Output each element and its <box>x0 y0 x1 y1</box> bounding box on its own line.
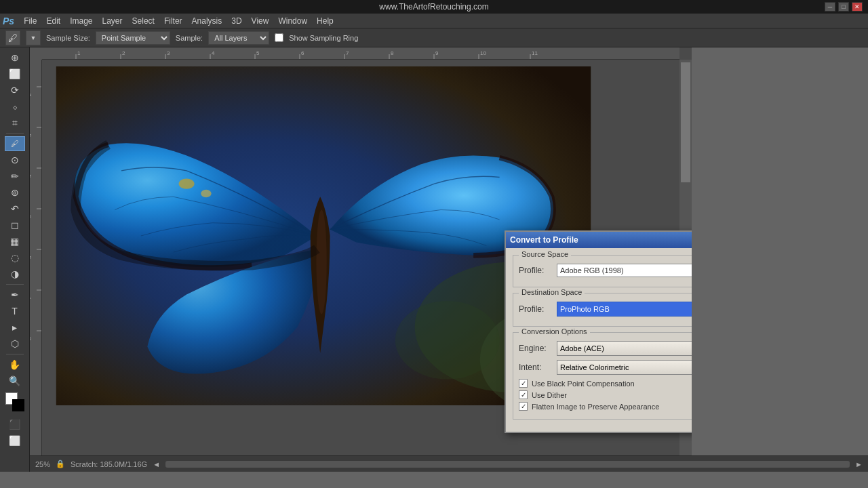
svg-text:6: 6 <box>301 50 304 56</box>
text-tool[interactable]: T <box>5 304 25 319</box>
toolbar-divider-2 <box>6 284 24 285</box>
svg-text:4: 4 <box>212 50 215 56</box>
svg-text:10: 10 <box>480 50 486 56</box>
clone-stamp-tool[interactable]: ⊚ <box>5 185 25 200</box>
sample-size-label: Sample Size: <box>46 34 90 42</box>
svg-rect-0 <box>42 47 679 60</box>
zoom-level: 25% <box>35 460 50 468</box>
menu-layer[interactable]: Layer <box>98 15 127 27</box>
menu-edit[interactable]: Edit <box>42 15 64 27</box>
eyedropper-tool[interactable]: 🖋 <box>5 136 25 151</box>
intent-row: Intent: Relative Colorimetric ▼ <box>519 360 692 375</box>
sample-label: Sample: <box>176 34 203 42</box>
svg-point-44 <box>201 190 211 198</box>
scrollbar-v-thumb[interactable] <box>681 62 690 182</box>
destination-profile-row: Profile: ProPhoto RGB ▼ <box>519 302 692 317</box>
crop-tool[interactable]: ⌗ <box>5 115 25 130</box>
ps-logo: Ps <box>3 16 14 26</box>
svg-text:8: 8 <box>391 50 394 56</box>
scroll-arrow-right[interactable]: ► <box>855 460 863 468</box>
lasso-tool[interactable]: ⟳ <box>5 83 25 98</box>
ruler-horizontal: 1 2 3 4 5 6 7 8 9 10 11 <box>42 47 679 60</box>
svg-text:2: 2 <box>122 50 125 56</box>
options-bar: 🖋 ▼ Sample Size: Point Sample Sample: Al… <box>0 28 868 47</box>
window-titlebar: www.TheArtofRetouching.com ─ □ ✕ <box>0 0 868 14</box>
close-button[interactable]: ✕ <box>852 2 863 12</box>
eraser-tool[interactable]: ◻ <box>5 218 25 232</box>
svg-point-42 <box>316 210 326 314</box>
svg-text:7: 7 <box>346 50 349 56</box>
source-space-label: Source Space <box>519 250 571 258</box>
path-select-tool[interactable]: ▸ <box>5 320 25 335</box>
menu-select[interactable]: Select <box>128 15 159 27</box>
dialog-titlebar[interactable]: Convert to Profile ✕ <box>506 232 692 248</box>
eyedropper-tool-icon[interactable]: 🖋 <box>5 30 20 45</box>
black-point-label: Use Black Point Compensation <box>532 380 635 388</box>
menu-help[interactable]: Help <box>313 15 338 27</box>
dialog-title: Convert to Profile <box>510 235 578 245</box>
ruler-corner <box>30 47 42 60</box>
background-color[interactable] <box>12 399 24 411</box>
dither-label: Use Dither <box>532 391 567 399</box>
quick-mask-btn[interactable]: ⬛ <box>5 417 25 432</box>
color-swatch[interactable] <box>5 392 24 411</box>
history-brush-tool[interactable]: ↶ <box>5 201 25 216</box>
menu-image[interactable]: Image <box>66 15 96 27</box>
svg-text:7: 7 <box>30 296 33 300</box>
source-profile-label: Profile: <box>519 266 553 275</box>
dialog-body: Source Space Profile: Adobe RGB (1998) D… <box>506 248 692 432</box>
restore-button[interactable]: □ <box>838 2 849 12</box>
blur-tool[interactable]: ◌ <box>5 250 25 265</box>
svg-text:9: 9 <box>435 50 439 56</box>
rectangle-select-tool[interactable]: ⬜ <box>5 66 25 81</box>
black-point-checkbox[interactable]: ✓ <box>519 379 528 388</box>
pen-tool[interactable]: ✒ <box>5 287 25 302</box>
source-space-group: Source Space Profile: Adobe RGB (1998) <box>513 255 692 287</box>
svg-text:11: 11 <box>532 50 538 56</box>
dither-checkbox[interactable]: ✓ <box>519 390 528 399</box>
engine-select[interactable]: Adobe (ACE) ▼ <box>557 341 692 356</box>
minimize-button[interactable]: ─ <box>825 2 835 12</box>
right-panel <box>692 47 868 472</box>
dest-profile-value: ProPhoto RGB <box>560 305 610 313</box>
zoom-tool[interactable]: 🔍 <box>5 373 25 388</box>
sample-size-select[interactable]: Point Sample <box>96 31 170 45</box>
svg-text:4: 4 <box>30 174 33 178</box>
svg-point-43 <box>179 178 195 188</box>
toolbar: ⊕ ⬜ ⟳ ⬦ ⌗ 🖋 ⊙ ✏ ⊚ ↶ ◻ ▦ ◌ ◑ ✒ T ▸ ⬡ ✋ 🔍 … <box>0 47 30 472</box>
flatten-checkbox[interactable]: ✓ <box>519 402 528 411</box>
convert-to-profile-dialog: Convert to Profile ✕ Source Space Profil… <box>505 230 692 433</box>
menu-analysis[interactable]: Analysis <box>188 15 226 27</box>
ruler-vertical: 2 3 4 5 6 7 8 <box>30 60 42 460</box>
conversion-options-group: Conversion Options Engine: Adobe (ACE) ▼ <box>513 332 692 420</box>
intent-select[interactable]: Relative Colorimetric ▼ <box>557 360 692 375</box>
ruler-v-svg: 2 3 4 5 6 7 8 <box>30 60 42 460</box>
shape-tool[interactable]: ⬡ <box>5 336 25 351</box>
hand-tool[interactable]: ✋ <box>5 357 25 372</box>
sample-from-select[interactable]: All Layers <box>208 31 269 45</box>
quick-select-tool[interactable]: ⬦ <box>5 99 25 114</box>
dodge-tool[interactable]: ◑ <box>5 266 25 281</box>
svg-text:2: 2 <box>30 93 33 96</box>
scrollbar-bottom[interactable] <box>165 461 850 468</box>
move-tool[interactable]: ⊕ <box>5 50 25 65</box>
menu-window[interactable]: Window <box>274 15 311 27</box>
canvas-area: DSCN2311.JPG @ 25% (Hue/Saturation 1, La… <box>30 47 692 472</box>
spot-heal-tool[interactable]: ⊙ <box>5 152 25 167</box>
gradient-tool[interactable]: ▦ <box>5 234 25 249</box>
destination-profile-select[interactable]: ProPhoto RGB ▼ <box>557 302 692 317</box>
svg-text:5: 5 <box>256 50 260 56</box>
menu-view[interactable]: View <box>248 15 273 27</box>
destination-space-group: Destination Space Profile: ProPhoto RGB … <box>513 293 692 327</box>
window-controls: ─ □ ✕ <box>825 2 863 12</box>
tool-options-arrow[interactable]: ▼ <box>26 30 41 45</box>
menu-filter[interactable]: Filter <box>160 15 186 27</box>
scroll-arrow-left[interactable]: ◄ <box>153 460 160 468</box>
menu-3d[interactable]: 3D <box>227 15 245 27</box>
flatten-row: ✓ Flatten Image to Preserve Appearance <box>519 402 692 411</box>
brush-tool[interactable]: ✏ <box>5 169 25 184</box>
engine-value: Adobe (ACE) <box>560 344 604 352</box>
menu-file[interactable]: File <box>20 15 41 27</box>
show-sampling-checkbox[interactable] <box>275 33 283 42</box>
screen-mode-btn[interactable]: ⬜ <box>5 433 25 448</box>
